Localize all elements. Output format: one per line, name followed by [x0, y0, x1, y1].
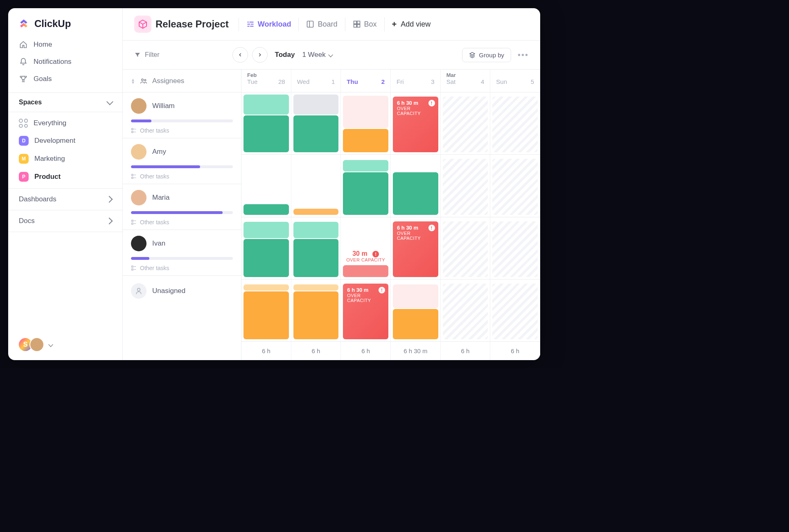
task-block[interactable] — [243, 284, 289, 290]
task-block[interactable] — [343, 160, 388, 172]
calendar-cell[interactable] — [291, 280, 341, 341]
footer-total: 6 h 30 m — [391, 342, 441, 360]
calendar-cell[interactable]: ! 6 h 30 m OVER CAPACITY — [341, 280, 391, 341]
assignee-row-ivan[interactable]: Ivan Other tasks — [123, 230, 241, 276]
other-tasks-link[interactable]: Other tasks — [131, 127, 233, 134]
weekend-block — [443, 159, 488, 214]
task-block[interactable] — [393, 309, 438, 339]
calendar-cell[interactable] — [241, 92, 291, 154]
groupby-label: Group by — [479, 52, 504, 59]
assignee-row-maria[interactable]: Maria Other tasks — [123, 184, 241, 230]
calendar-cell-weekend[interactable] — [490, 155, 540, 216]
task-block[interactable] — [243, 115, 289, 153]
spaces-header[interactable]: Spaces — [8, 92, 122, 112]
tab-box[interactable]: Box — [345, 18, 384, 31]
calendar-cell[interactable] — [241, 155, 291, 216]
everything-icon — [19, 119, 28, 128]
calendar-cell[interactable] — [291, 217, 341, 279]
tab-board[interactable]: Board — [298, 18, 345, 31]
logo[interactable]: ClickUp — [8, 8, 122, 36]
range-selector[interactable]: 1 Week — [302, 51, 333, 59]
svg-rect-11 — [132, 220, 133, 222]
assignee-header[interactable]: ▲▼ Assignees — [123, 70, 241, 92]
calendar-cell[interactable] — [291, 92, 341, 154]
add-view-button[interactable]: + Add view — [384, 17, 438, 32]
task-block[interactable] — [243, 95, 289, 115]
section-dashboards[interactable]: Dashboards — [8, 188, 122, 210]
nav-goals[interactable]: Goals — [13, 70, 117, 88]
filter-button[interactable]: Filter — [134, 51, 160, 59]
other-tasks-label: Other tasks — [140, 173, 169, 180]
assignee-name: Ivan — [152, 239, 165, 248]
calendar-cell-weekend[interactable] — [490, 92, 540, 154]
calendar-cell-weekend[interactable] — [441, 155, 491, 216]
task-block[interactable] — [293, 222, 339, 238]
over-capacity-block[interactable]: ! 6 h 30 m OVER CAPACITY — [343, 284, 388, 339]
task-block[interactable] — [293, 95, 339, 115]
task-block[interactable] — [293, 284, 339, 290]
prev-button[interactable] — [232, 47, 248, 63]
section-docs[interactable]: Docs — [8, 210, 122, 232]
tab-board-label: Board — [318, 20, 337, 29]
over-capacity-block[interactable]: ! 6 h 30 m OVER CAPACITY — [393, 97, 438, 152]
nav-notifications[interactable]: Notifications — [13, 53, 117, 70]
today-button[interactable]: Today — [275, 51, 295, 59]
other-tasks-link[interactable]: Other tasks — [131, 173, 233, 180]
calendar-cell[interactable] — [291, 155, 341, 216]
calendar-cell[interactable] — [391, 280, 441, 341]
checklist-icon — [131, 128, 137, 133]
day-header: Fri3 — [391, 70, 441, 92]
space-marketing[interactable]: M Marketing — [13, 150, 117, 168]
task-block[interactable] — [293, 291, 339, 339]
task-block[interactable] — [343, 129, 388, 152]
task-block[interactable] — [343, 96, 388, 128]
tab-workload[interactable]: Workload — [239, 18, 299, 31]
task-block[interactable] — [243, 222, 289, 238]
space-chip: P — [19, 172, 29, 182]
assignee-row-amy[interactable]: Amy Other tasks — [123, 138, 241, 184]
alert-icon: ! — [379, 287, 385, 293]
calendar-cell-weekend[interactable] — [441, 280, 491, 341]
task-block[interactable] — [243, 204, 289, 215]
more-button[interactable]: ••• — [518, 50, 529, 60]
calendar-cell-weekend[interactable] — [490, 217, 540, 279]
space-chip: D — [19, 136, 29, 146]
svg-rect-14 — [132, 269, 133, 271]
task-block[interactable] — [393, 284, 438, 308]
calendar-cell[interactable] — [341, 92, 391, 154]
calendar-cell[interactable]: ! 6 h 30 m OVER CAPACITY — [391, 92, 441, 154]
calendar-cell[interactable] — [241, 217, 291, 279]
nav-home[interactable]: Home — [13, 36, 117, 53]
user-avatar-stack[interactable]: S — [18, 337, 44, 352]
groupby-button[interactable]: Group by — [462, 48, 511, 62]
task-block[interactable] — [243, 239, 289, 277]
calendar-cell[interactable] — [391, 155, 441, 216]
calendar-row — [241, 155, 540, 217]
space-product[interactable]: P Product — [13, 168, 117, 186]
next-button[interactable] — [252, 47, 268, 63]
calendar-cell[interactable]: 30 m ! OVER CAPACITY — [341, 217, 391, 279]
calendar-cell-weekend[interactable] — [490, 280, 540, 341]
other-tasks-link[interactable]: Other tasks — [131, 265, 233, 271]
task-block[interactable] — [343, 172, 388, 214]
calendar-cell-weekend[interactable] — [441, 217, 491, 279]
calendar-cell[interactable]: ! 6 h 30 m OVER CAPACITY — [391, 217, 441, 279]
space-everything[interactable]: Everything — [13, 115, 117, 132]
calendar-cell[interactable] — [241, 280, 291, 341]
assignee-row-william[interactable]: William Other tasks — [123, 92, 241, 138]
over-capacity-label: OVER CAPACITY — [397, 231, 434, 241]
task-block[interactable] — [243, 291, 289, 339]
space-development[interactable]: D Development — [13, 132, 117, 150]
task-block[interactable] — [293, 239, 339, 277]
task-block[interactable] — [393, 172, 438, 214]
unassigned-row[interactable]: Unasigned — [123, 276, 241, 306]
over-capacity-block[interactable]: ! 6 h 30 m OVER CAPACITY — [393, 221, 438, 277]
calendar-cell[interactable] — [341, 155, 391, 216]
calendar-cell-weekend[interactable] — [441, 92, 491, 154]
task-block[interactable] — [293, 209, 339, 214]
date-nav-arrows — [232, 47, 268, 63]
other-tasks-link[interactable]: Other tasks — [131, 219, 233, 225]
over-capacity-label: OVER CAPACITY — [345, 257, 386, 262]
task-block[interactable] — [293, 115, 339, 153]
task-block[interactable] — [343, 265, 388, 277]
